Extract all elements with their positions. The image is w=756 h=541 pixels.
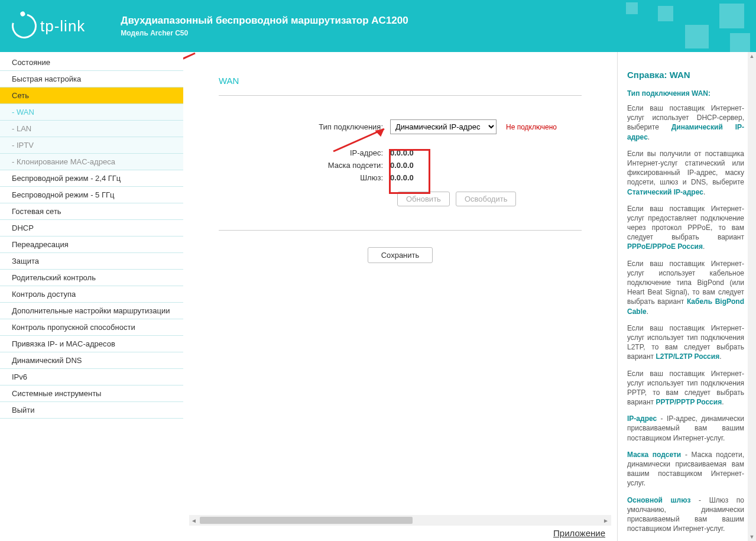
sidebar-item-parental[interactable]: Родительский контроль [0,269,183,286]
value-ip-address: 0.0.0.0 [390,148,443,157]
sidebar-item-status[interactable]: Состояние [0,54,183,70]
page-scroll-down-icon[interactable]: ▼ [748,534,756,540]
release-button[interactable]: Освободить [456,192,517,206]
value-gateway: 0.0.0.0 [390,173,443,182]
sidebar-item-lan[interactable]: - LAN [0,120,183,137]
help-p-pptp: Если ваш поставщик Интернет-услуг исполь… [627,369,751,407]
sidebar-item-guest-network[interactable]: Гостевая сеть [0,203,183,219]
help-p-pppoe: Если ваш поставщик Интернет-услуг предос… [627,204,751,252]
sidebar-item-system-tools[interactable]: Системные инструменты [0,385,183,401]
sidebar-item-network[interactable]: Сеть [0,87,183,103]
connection-type-select[interactable]: Динамический IP-адрес [390,119,497,134]
app-link[interactable]: Приложение [189,526,611,538]
page-scroll-up-icon[interactable]: ▲ [748,53,756,59]
sidebar-item-ddns[interactable]: Динамический DNS [0,352,183,368]
sidebar-item-dhcp[interactable]: DHCP [0,219,183,236]
help-p-bigpond: Если ваш поставщик Интернет-услуг исполь… [627,259,751,316]
help-panel: ▲ ▼ Справка: WAN Тип подключения WAN: Ес… [617,52,756,541]
refresh-button[interactable]: Обновить [397,192,450,206]
help-p-ip: IP-адрес - IP-адрес, динамически присваи… [627,414,751,443]
header-decoration [602,0,756,52]
logo-text: tp-link [40,17,85,35]
sidebar-item-access-control[interactable]: Контроль доступа [0,286,183,302]
sidebar-item-logout[interactable]: Выйти [0,401,183,419]
label-gateway: Шлюз: [219,173,390,182]
sidebar-item-ipv6[interactable]: IPv6 [0,368,183,385]
sidebar-item-security[interactable]: Защита [0,252,183,269]
logo-mark-icon [7,9,41,43]
sidebar-item-quick-setup[interactable]: Быстрая настройка [0,70,183,87]
help-p-l2tp: Если ваш поставщик Интернет-услуг исполь… [627,323,751,362]
sidebar-item-wireless-24[interactable]: Беспроводной режим - 2,4 ГГц [0,170,183,186]
divider [219,230,582,231]
label-connection-type: Тип подключения: [219,122,390,131]
sidebar: Состояние Быстрая настройка Сеть - WAN -… [0,52,183,541]
scrollbar-thumb[interactable] [200,517,413,524]
sidebar-item-ip-mac-binding[interactable]: Привязка IP- и MAC-адресов [0,335,183,352]
sidebar-item-iptv[interactable]: - IPTV [0,137,183,153]
help-p-gateway: Основной шлюз - Шлюз по умолчанию, динам… [627,495,751,534]
connection-status: Не подключено [506,123,557,131]
value-subnet-mask: 0.0.0.0 [390,161,443,170]
label-ip-address: IP-адрес: [219,148,390,157]
help-p-mask: Маска подсети - Маска подсети, динамичес… [627,450,751,488]
sidebar-item-mac-clone[interactable]: - Клонирование MAC-адреса [0,153,183,170]
sidebar-item-routing[interactable]: Дополнительные настройки маршрутизации [0,302,183,319]
sidebar-item-bandwidth[interactable]: Контроль пропускной способности [0,319,183,335]
divider [219,95,582,96]
page-title: WAN [219,76,582,86]
help-subtitle: Тип подключения WAN: [627,89,751,98]
help-p-static: Если вы получили от поставщика Интернет-… [627,149,751,197]
help-p-dhcp: Если ваш поставщик Интернет-услуг исполь… [627,103,751,142]
sidebar-item-wan[interactable]: - WAN [0,103,183,120]
header-title: Двухдиапазонный беспроводной маршрутизат… [121,15,408,27]
horizontal-scrollbar[interactable]: ◄ ► [189,515,611,526]
header: tp-link Двухдиапазонный беспроводной мар… [0,0,756,52]
sidebar-item-wireless-5[interactable]: Беспроводной режим - 5 ГГц [0,186,183,203]
content-pane: WAN Тип подключения: Динамический IP-адр… [189,52,611,275]
save-button[interactable]: Сохранить [368,247,433,263]
logo: tp-link [12,14,85,38]
header-model: Модель Archer C50 [121,29,408,37]
scrollbar-right-icon[interactable]: ► [601,516,611,525]
scrollbar-left-icon[interactable]: ◄ [189,516,199,525]
page-scrollbar[interactable]: ▲ ▼ [748,52,756,541]
sidebar-item-forwarding[interactable]: Переадресация [0,236,183,252]
help-title: Справка: WAN [627,70,751,80]
label-subnet-mask: Маска подсети: [219,161,390,170]
